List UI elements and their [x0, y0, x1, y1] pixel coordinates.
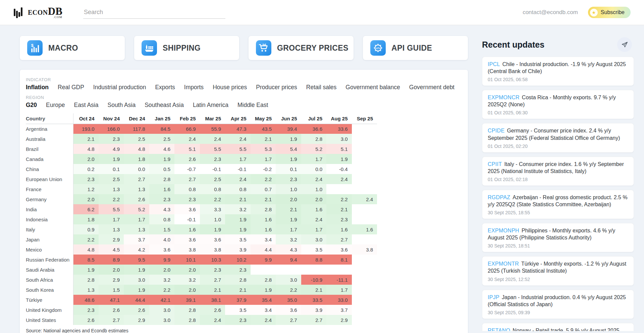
table-row-japan: Japan2.22.93.74.03.63.63.53.43.23.02.7: [26, 234, 377, 244]
update-ticker-code[interactable]: CPIDE: [488, 128, 504, 133]
indicator-tab-industrial-production[interactable]: Industrial production: [93, 84, 146, 91]
value-cell: 2.9: [99, 275, 124, 285]
value-cell: 2.1: [301, 285, 327, 295]
country-cell: Italy: [26, 224, 73, 234]
region-tab-g20[interactable]: G20: [26, 102, 37, 109]
update-ticker-code[interactable]: EXPMONTR: [488, 261, 519, 267]
value-cell: 1.9: [99, 154, 124, 164]
value-cell: 0.7: [251, 184, 276, 194]
value-cell: 66.9: [174, 124, 200, 134]
update-ticker-code[interactable]: EXPMONPH: [488, 228, 519, 233]
update-item-expmontr[interactable]: EXPMONTRTürkiye - Monthly exports. -1.2 …: [482, 256, 634, 285]
value-cell: 5.1: [174, 144, 200, 154]
update-timestamp: 01 Oct 2025, 02:20: [488, 144, 628, 149]
region-tab-east-asia[interactable]: East Asia: [74, 102, 99, 109]
column-header: Apr 25: [225, 113, 251, 124]
value-cell: 3.8: [174, 244, 200, 255]
value-cell: 33.0: [326, 295, 352, 305]
region-tab-europe[interactable]: Europe: [46, 102, 65, 109]
value-cell: [352, 144, 377, 154]
update-ticker-code[interactable]: CPIIT: [488, 161, 502, 167]
nav-card-macro[interactable]: $MACRO: [20, 36, 125, 60]
value-cell: 4.5: [99, 244, 124, 255]
indicator-tab-retail-sales[interactable]: Retail sales: [306, 84, 336, 91]
value-cell: 0.1: [99, 164, 124, 174]
value-cell: 2.4: [225, 174, 251, 184]
table-row-russian-federation: Russian Federation8.58.99.59.910.110.310…: [26, 255, 377, 265]
value-cell: 5.3: [251, 144, 276, 154]
update-item-cpide[interactable]: CPIDEGermany - Consumer price index. 2.4…: [482, 123, 634, 152]
value-cell: 2.6: [99, 305, 124, 315]
value-cell: 2.5: [124, 134, 149, 144]
value-cell: 2.7: [301, 315, 327, 325]
logo[interactable]: econDB .com: [12, 6, 62, 19]
update-item-ipcl[interactable]: IPCLChile - Industrial production. -1.9 …: [482, 57, 634, 86]
value-cell: 9.9: [149, 255, 175, 265]
indicator-tab-house-prices[interactable]: House prices: [213, 84, 247, 91]
update-ticker-code[interactable]: RGDPAZ: [488, 195, 510, 200]
value-cell: 1.3: [99, 184, 124, 194]
update-ticker-code[interactable]: RETANO: [488, 328, 510, 331]
value-cell: 2.7: [99, 315, 124, 325]
indicator-tab-imports[interactable]: Imports: [184, 84, 204, 91]
value-cell: 2.4: [225, 134, 251, 144]
update-text: Germany - Consumer price index. 2.4 % y/…: [488, 128, 620, 141]
value-cell: 2.4: [174, 134, 200, 144]
table-row-argentina: Argentina193.0166.0117.884.566.955.947.3…: [26, 124, 377, 134]
region-tab-latin-america[interactable]: Latin America: [193, 102, 228, 109]
update-timestamp: 01 Oct 2025, 02:18: [488, 177, 628, 182]
region-tab-south-asia[interactable]: South Asia: [107, 102, 136, 109]
value-cell: 0.8: [149, 214, 175, 224]
indicator-tab-government-debt[interactable]: Government debt: [409, 84, 454, 91]
value-cell: 6.2: [73, 204, 99, 214]
update-ticker-code[interactable]: EXPMONCR: [488, 95, 520, 100]
update-item-cpiit[interactable]: CPIITItaly - Consumer price index. 1.6 %…: [482, 157, 634, 186]
value-cell: 1.9: [251, 285, 276, 295]
update-text: Chile - Industrial production. -1.9 % y/…: [488, 61, 626, 74]
nav-cards: $MACROSHIPPINGGROCERY PRICES</>API GUIDE: [20, 36, 468, 60]
table-row-germany: Germany2.02.22.62.32.32.22.12.12.02.02.2…: [26, 194, 377, 204]
region-tabs: G20EuropeEast AsiaSouth AsiaSoutheast As…: [26, 102, 462, 109]
value-cell: 1.6: [251, 224, 276, 234]
indicator-tab-inflation[interactable]: Inflation: [26, 84, 49, 91]
update-item-retano[interactable]: RETANONorway - Retail trade. 5.9 % y/y A…: [482, 323, 634, 331]
update-item-ipjp[interactable]: IPJPJapan - Industrial production. 0.4 %…: [482, 290, 634, 319]
value-cell: 3.8: [200, 244, 225, 255]
logo-db: DB: [48, 6, 62, 16]
country-cell: Japan: [26, 234, 73, 244]
value-cell: 2.8: [301, 134, 327, 144]
nav-card-shipping[interactable]: SHIPPING: [134, 36, 239, 60]
value-cell: 2.1: [251, 134, 276, 144]
value-cell: [352, 295, 377, 305]
value-cell: 2.4: [301, 174, 327, 184]
region-tab-middle-east[interactable]: Middle East: [237, 102, 268, 109]
indicator-tab-government-balance[interactable]: Government balance: [345, 84, 400, 91]
indicator-tab-exports[interactable]: Exports: [155, 84, 175, 91]
value-cell: 1.7: [301, 224, 327, 234]
update-item-expmonph[interactable]: EXPMONPHPhilippines - Monthly exports. 4…: [482, 223, 634, 252]
update-ticker-code[interactable]: IPJP: [488, 294, 499, 300]
nav-card-api-guide[interactable]: </>API GUIDE: [363, 36, 468, 60]
table-row-china: China0.20.10.00.5-0.7-0.1-0.1-0.20.10.0-…: [26, 164, 377, 174]
subscribe-button[interactable]: ★ Subscribe: [588, 7, 631, 18]
value-cell: 2.0: [174, 265, 200, 275]
update-ticker-code[interactable]: IPCL: [488, 61, 500, 67]
send-button[interactable]: [617, 37, 632, 52]
indicator-tab-real-gdp[interactable]: Real GDP: [58, 84, 84, 91]
value-cell: [352, 275, 377, 285]
nav-card-label: MACRO: [48, 44, 78, 53]
contact-email[interactable]: contact@econdb.com: [523, 9, 578, 16]
update-timestamp: 30 Sept 2025, 12:52: [488, 277, 628, 282]
value-cell: -0.1: [200, 164, 225, 174]
indicator-tab-producer-prices[interactable]: Producer prices: [256, 84, 297, 91]
value-cell: -0.4: [326, 164, 352, 174]
value-cell: 8.1: [326, 255, 352, 265]
value-cell: 166.0: [99, 124, 124, 134]
region-tab-southeast-asia[interactable]: Southeast Asia: [145, 102, 184, 109]
update-item-rgdpaz[interactable]: RGDPAZAzerbaijan - Real gross domestic p…: [482, 190, 634, 219]
update-item-expmoncr[interactable]: EXPMONCRCosta Rica - Monthly exports. 9.…: [482, 90, 634, 119]
search-input[interactable]: [83, 6, 225, 19]
value-cell: 2.3: [200, 265, 225, 275]
value-cell: 1.3: [124, 184, 149, 194]
nav-card-grocery-prices[interactable]: GROCERY PRICES: [249, 36, 354, 60]
